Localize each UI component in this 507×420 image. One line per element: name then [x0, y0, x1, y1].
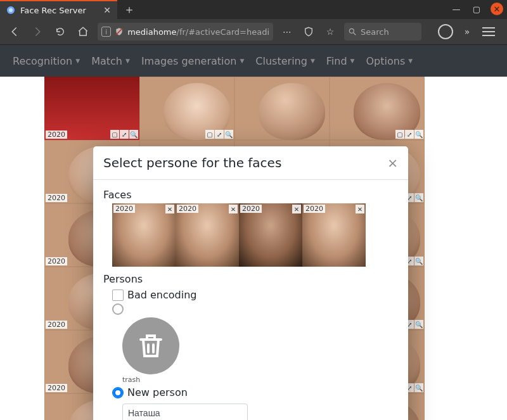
new-person-label: New person [127, 386, 188, 398]
face-year-label: 2020 [177, 205, 198, 213]
modal-header: Select persone for the faces × [93, 146, 408, 180]
svg-point-3 [349, 29, 354, 33]
face-tile[interactable]: 2020 ✕ [302, 203, 366, 267]
face-year-label: 2020 [240, 205, 262, 213]
trash-radio[interactable] [112, 303, 124, 315]
face-tile[interactable]: 2020 ✕ [176, 203, 239, 267]
pocket-icon[interactable] [438, 24, 453, 39]
new-person-name-input[interactable] [122, 404, 248, 420]
bad-encoding-row[interactable]: Bad encoding [112, 289, 398, 301]
persons-section-label: Persons [103, 273, 398, 285]
back-button[interactable] [6, 23, 23, 40]
face-remove-icon[interactable]: ✕ [165, 205, 174, 213]
new-tab-button[interactable]: ＋ [124, 2, 135, 17]
face-tile[interactable]: 2020 ✕ [112, 203, 176, 267]
face-remove-icon[interactable]: ✕ [356, 205, 364, 213]
url-host: mediahome [127, 27, 176, 37]
trash-row[interactable] [112, 303, 398, 315]
menu-clustering[interactable]: Clustering▼ [255, 55, 314, 67]
bookmark-star-icon[interactable]: ☆ [323, 24, 338, 39]
reader-mode-icon[interactable] [301, 24, 316, 39]
faces-row: 2020 ✕ 2020 ✕ 2020 ✕ 2020 ✕ [112, 203, 398, 267]
face-remove-icon[interactable]: ✕ [292, 205, 301, 213]
menu-recognition[interactable]: Recognition▼ [13, 55, 80, 67]
search-placeholder: Search [361, 27, 389, 37]
menu-match[interactable]: Match▼ [91, 55, 130, 67]
svg-point-1 [9, 8, 13, 12]
modal-backdrop: Select persone for the faces × Faces 202… [0, 77, 507, 420]
url-path: /fr/#activeCard=headi [177, 27, 269, 37]
svg-line-4 [354, 33, 356, 35]
faces-section-label: Faces [103, 189, 398, 201]
window-maximize-button[interactable]: ▢ [470, 3, 483, 15]
tab-close-icon[interactable]: ✕ [103, 5, 111, 15]
menu-options[interactable]: Options▼ [366, 55, 413, 67]
trash-tile[interactable]: trash [122, 317, 183, 384]
face-tile[interactable]: 2020 ✕ [239, 203, 302, 267]
tracking-shield-icon[interactable] [115, 27, 124, 36]
hamburger-menu-icon[interactable] [481, 24, 496, 39]
tab-title: Face Rec Server [20, 6, 98, 15]
menu-find[interactable]: Find▼ [326, 55, 355, 67]
search-bar[interactable]: Search [344, 23, 421, 41]
browser-toolbar: i mediahome/fr/#activeCard=headi ⋯ ☆ Sea… [0, 19, 507, 45]
reload-button[interactable] [52, 23, 68, 40]
modal-body: Faces 2020 ✕ 2020 ✕ 2020 ✕ 2020 ✕ [93, 180, 408, 420]
site-info-icon[interactable]: i [101, 27, 111, 37]
search-icon [348, 27, 357, 36]
new-person-row[interactable]: New person [112, 386, 398, 398]
face-year-label: 2020 [304, 205, 325, 213]
select-person-modal: Select persone for the faces × Faces 202… [93, 146, 408, 420]
app-menubar: Recognition▼ Match▼ Images generation▼ C… [0, 45, 507, 77]
trash-icon [122, 317, 179, 374]
browser-tab[interactable]: Face Rec Server ✕ [0, 0, 117, 19]
tab-favicon [6, 6, 15, 15]
url-bar[interactable]: i mediahome/fr/#activeCard=headi [98, 23, 273, 41]
face-remove-icon[interactable]: ✕ [229, 205, 238, 213]
face-year-label: 2020 [113, 205, 135, 213]
menu-images-generation[interactable]: Images generation▼ [141, 55, 244, 67]
modal-close-icon[interactable]: × [387, 156, 398, 169]
page-actions-icon[interactable]: ⋯ [279, 24, 295, 39]
home-button[interactable] [75, 23, 91, 40]
window-close-button[interactable]: ✕ [491, 3, 503, 15]
content-area: 2020 ▢⤢🔍 ▢⤢🔍 ▢⤢🔍 2020 ▢⤢🔍 2020 ▢⤢🔍 2020 … [0, 77, 507, 420]
os-titlebar: Face Rec Server ✕ ＋ — ▢ ✕ [0, 0, 507, 19]
forward-button[interactable] [29, 23, 46, 40]
bad-encoding-label: Bad encoding [127, 289, 197, 301]
persons-list: Bad encoding trash New person [103, 289, 398, 420]
window-minimize-button[interactable]: — [450, 3, 463, 15]
modal-title: Select persone for the faces [103, 155, 387, 170]
bad-encoding-checkbox[interactable] [112, 290, 124, 301]
trash-label: trash [122, 376, 183, 384]
overflow-icon[interactable]: » [459, 24, 475, 39]
new-person-radio[interactable] [112, 387, 124, 398]
